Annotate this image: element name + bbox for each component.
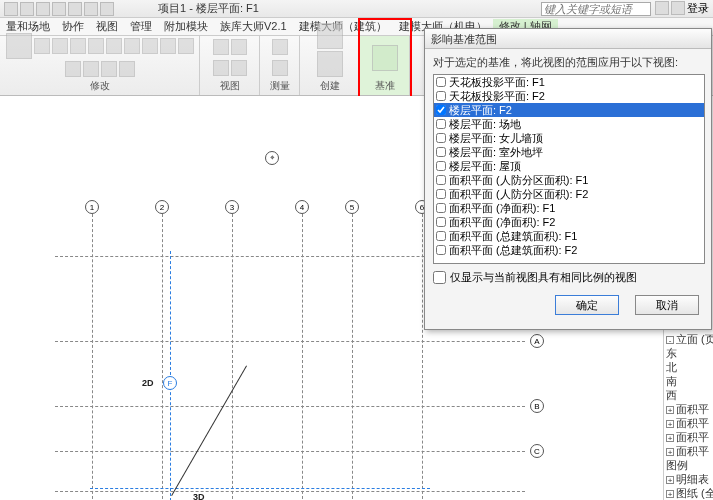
grid-bubble[interactable]: B [530, 399, 544, 413]
tree-item[interactable]: -立面 (页 [666, 332, 711, 346]
grid-bubble[interactable]: 3 [225, 200, 239, 214]
qat-icon[interactable] [100, 2, 114, 16]
panel-create: 创建 [300, 36, 360, 95]
login-label[interactable]: 登录 [687, 1, 709, 16]
list-item[interactable]: 楼层平面: 屋顶 [434, 159, 704, 173]
grid-bubble[interactable]: 4 [295, 200, 309, 214]
checkbox[interactable] [436, 91, 446, 101]
qat-icon[interactable] [36, 2, 50, 16]
tab[interactable]: 族库大师V2.1 [214, 19, 293, 34]
tab[interactable]: 视图 [90, 19, 124, 34]
grid-line[interactable] [55, 451, 525, 452]
qat [0, 2, 118, 16]
grid-line[interactable] [55, 341, 525, 342]
tree-item[interactable]: +面积平 [666, 402, 711, 416]
panel-datum[interactable]: 基准 [360, 36, 410, 95]
checkbox[interactable] [436, 203, 446, 213]
compass-icon[interactable]: ⌖ [265, 151, 279, 165]
tree-item[interactable]: 东 [666, 346, 711, 360]
grid-bubble[interactable]: 1 [85, 200, 99, 214]
list-item[interactable]: 楼层平面: 室外地坪 [434, 145, 704, 159]
list-item[interactable]: 天花板投影平面: F2 [434, 89, 704, 103]
checkbox[interactable] [436, 245, 446, 255]
grid-bubble[interactable]: C [530, 444, 544, 458]
view-list[interactable]: 天花板投影平面: F1 天花板投影平面: F2 楼层平面: F2 楼层平面: 场… [433, 74, 705, 264]
user-icon[interactable] [671, 1, 685, 15]
qat-icon[interactable] [68, 2, 82, 16]
checkbox[interactable] [433, 271, 446, 284]
tree-item[interactable]: +图纸 (全 [666, 486, 711, 500]
list-item[interactable]: 面积平面 (总建筑面积): F1 [434, 229, 704, 243]
checkbox[interactable] [436, 217, 446, 227]
grid-bubble[interactable]: 5 [345, 200, 359, 214]
list-item[interactable]: 面积平面 (人防分区面积): F2 [434, 187, 704, 201]
tree-item[interactable]: +面积平 [666, 444, 711, 458]
panel-measure: 测量 [260, 36, 300, 95]
grid-bubble[interactable]: A [530, 334, 544, 348]
dialog-title: 影响基准范围 [425, 29, 711, 49]
tab[interactable]: 协作 [56, 19, 90, 34]
panel-view: 视图 [200, 36, 260, 95]
grid-bubble[interactable]: 2 [155, 200, 169, 214]
grid-line[interactable] [55, 491, 525, 492]
list-item[interactable]: 面积平面 (总建筑面积): F2 [434, 243, 704, 257]
checkbox[interactable] [436, 161, 446, 171]
title-right: 登录 [651, 1, 713, 16]
grid-line[interactable] [55, 406, 525, 407]
qat-icon[interactable] [4, 2, 18, 16]
anno-2d[interactable]: 2D [142, 378, 154, 388]
tree-item[interactable]: +明细表 [666, 472, 711, 486]
grid-handle[interactable]: F [163, 376, 177, 390]
tree-item[interactable]: 图例 [666, 458, 711, 472]
checkbox[interactable] [436, 105, 446, 115]
affect-datum-dialog: 影响基准范围 对于选定的基准，将此视图的范围应用于以下视图: 天花板投影平面: … [424, 28, 712, 330]
tree-item[interactable]: +面积平 [666, 430, 711, 444]
tree-item[interactable]: 西 [666, 388, 711, 402]
list-item[interactable]: 面积平面 (净面积): F2 [434, 215, 704, 229]
qat-icon[interactable] [20, 2, 34, 16]
diagonal-line [171, 366, 247, 496]
search-input[interactable] [541, 2, 651, 16]
document-title: 项目1 - 楼层平面: F1 [158, 1, 259, 16]
list-item[interactable]: 面积平面 (净面积): F1 [434, 201, 704, 215]
ok-button[interactable]: 确定 [555, 295, 619, 315]
panel-label: 视图 [220, 77, 240, 93]
checkbox[interactable] [436, 119, 446, 129]
list-item[interactable]: 楼层平面: 女儿墙顶 [434, 131, 704, 145]
project-browser[interactable]: -立面 (页 东 北 南 西 +面积平 +面积平 +面积平 +面积平 图例 +明… [663, 330, 713, 500]
tab[interactable]: 管理 [124, 19, 158, 34]
tab[interactable]: 附加模块 [158, 19, 214, 34]
list-item[interactable]: 天花板投影平面: F1 [434, 75, 704, 89]
qat-icon[interactable] [84, 2, 98, 16]
checkbox[interactable] [436, 175, 446, 185]
selected-grid[interactable] [90, 488, 430, 489]
checkbox[interactable] [436, 189, 446, 199]
panel-modify: 修改 [0, 36, 200, 95]
dialog-message: 对于选定的基准，将此视图的范围应用于以下视图: [433, 55, 703, 70]
tab[interactable]: 量和场地 [0, 19, 56, 34]
anno-3d[interactable]: 3D [193, 492, 205, 500]
cancel-button[interactable]: 取消 [635, 295, 699, 315]
panel-label: 基准 [375, 77, 395, 93]
tree-item[interactable]: +面积平 [666, 416, 711, 430]
same-scale-checkbox[interactable]: 仅显示与当前视图具有相同比例的视图 [433, 270, 703, 285]
info-icon[interactable] [655, 1, 669, 15]
tree-item[interactable]: 南 [666, 374, 711, 388]
checkbox[interactable] [436, 133, 446, 143]
checkbox[interactable] [436, 77, 446, 87]
panel-label: 测量 [270, 77, 290, 93]
list-item[interactable]: 面积平面 (人防分区面积): F1 [434, 173, 704, 187]
panel-label: 修改 [90, 77, 110, 93]
tree-item[interactable]: 北 [666, 360, 711, 374]
title-bar: 项目1 - 楼层平面: F1 登录 [0, 0, 713, 18]
panel-label: 创建 [320, 77, 340, 93]
list-item-selected[interactable]: 楼层平面: F2 [434, 103, 704, 117]
list-item[interactable]: 楼层平面: 场地 [434, 117, 704, 131]
qat-icon[interactable] [52, 2, 66, 16]
checkbox[interactable] [436, 147, 446, 157]
checkbox[interactable] [436, 231, 446, 241]
